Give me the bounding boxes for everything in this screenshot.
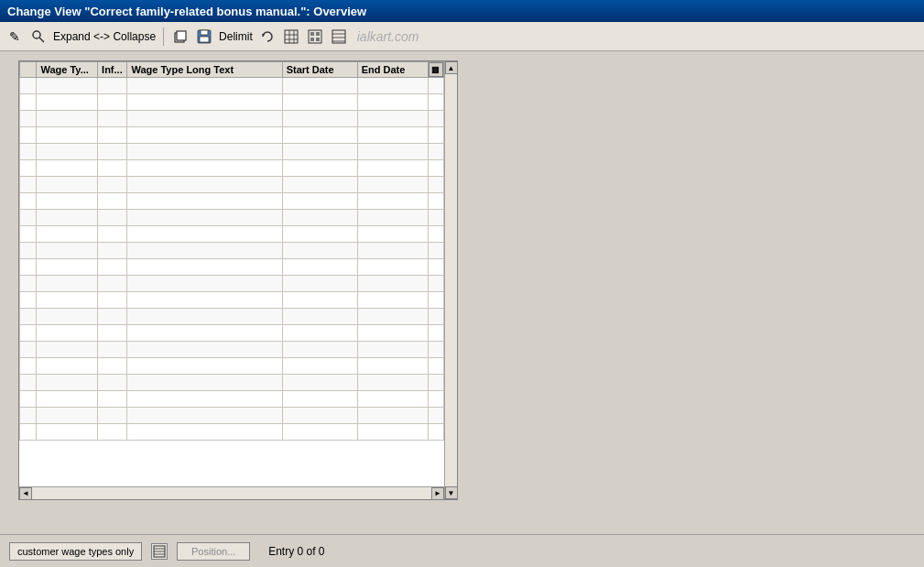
col-settings[interactable]: ▦ — [428, 62, 443, 78]
col-header-wagety[interactable]: Wage Ty... — [37, 62, 98, 78]
scroll-track-v[interactable] — [445, 74, 458, 486]
title-bar: Change View "Correct family-related bonu… — [0, 0, 924, 22]
col-header-select — [20, 62, 37, 78]
data-table: Wage Ty... Inf... Wage Type Long Text St… — [19, 61, 444, 441]
position-icon[interactable] — [151, 543, 168, 560]
col-header-inf[interactable]: Inf... — [98, 62, 127, 78]
scroll-left-btn[interactable]: ◄ — [19, 487, 32, 500]
table-row[interactable] — [20, 78, 444, 94]
table-row[interactable] — [20, 292, 444, 309]
col-header-wagelong[interactable]: Wage Type Long Text — [127, 62, 282, 78]
scroll-right-btn[interactable]: ► — [431, 487, 444, 500]
table-row[interactable] — [20, 309, 444, 325]
watermark-text: ialkart.com — [357, 29, 419, 44]
table-row[interactable] — [20, 375, 444, 391]
vertical-scrollbar[interactable]: ▲ ▼ — [444, 61, 457, 499]
svg-rect-14 — [310, 32, 314, 36]
table-row[interactable] — [20, 408, 444, 424]
col-header-enddate[interactable]: End Date — [357, 62, 428, 78]
table-row[interactable] — [20, 276, 444, 292]
svg-rect-17 — [316, 38, 320, 41]
table-row[interactable] — [20, 144, 444, 160]
position-button[interactable]: Position... — [177, 542, 250, 561]
svg-rect-15 — [316, 32, 320, 36]
grid-icon3[interactable] — [330, 27, 348, 46]
expand-collapse-label[interactable]: Expand <-> Collapse — [53, 30, 156, 43]
customer-wage-types-button[interactable]: customer wage types only — [9, 542, 142, 561]
separator1 — [163, 27, 164, 46]
svg-rect-16 — [310, 38, 314, 41]
delimit-label[interactable]: Delimit — [219, 30, 253, 43]
title-text: Change View "Correct family-related bonu… — [7, 5, 366, 18]
table-row[interactable] — [20, 210, 444, 226]
svg-point-0 — [33, 31, 40, 38]
table-row[interactable] — [20, 193, 444, 210]
find-icon[interactable] — [29, 27, 48, 46]
grid-icon1[interactable] — [282, 27, 300, 46]
pencil-icon[interactable]: ✎ — [5, 27, 24, 46]
col-header-startdate[interactable]: Start Date — [282, 62, 357, 78]
table-row[interactable] — [20, 243, 444, 259]
table-row[interactable] — [20, 226, 444, 243]
table-row[interactable] — [20, 111, 444, 127]
table-row[interactable] — [20, 94, 444, 111]
table-row[interactable] — [20, 342, 444, 358]
horizontal-scrollbar[interactable]: ◄ ► — [19, 486, 444, 499]
status-bar: customer wage types only Position... Ent… — [0, 534, 924, 567]
page-body: Change View "Correct family-related bonu… — [0, 0, 924, 567]
scroll-down-btn[interactable]: ▼ — [445, 486, 458, 499]
table-container: Wage Ty... Inf... Wage Type Long Text St… — [18, 60, 458, 500]
svg-rect-8 — [285, 30, 298, 43]
grid-icon2[interactable] — [306, 27, 324, 46]
svg-rect-6 — [200, 37, 209, 42]
toolbar: ✎ Expand <-> Collapse Delimit — [0, 22, 924, 51]
svg-line-1 — [39, 38, 44, 42]
table-row[interactable] — [20, 325, 444, 342]
svg-rect-3 — [177, 31, 186, 40]
copy-icon[interactable] — [171, 27, 190, 46]
content-area: Wage Ty... Inf... Wage Type Long Text St… — [0, 51, 924, 567]
table-row[interactable] — [20, 424, 444, 441]
table-row[interactable] — [20, 177, 444, 193]
table-row[interactable] — [20, 391, 444, 408]
scroll-up-btn[interactable]: ▲ — [445, 61, 458, 74]
table-row[interactable] — [20, 358, 444, 375]
svg-rect-5 — [201, 30, 208, 35]
scroll-track-h[interactable] — [32, 487, 431, 500]
table-row[interactable] — [20, 259, 444, 276]
save-icon[interactable] — [195, 27, 213, 46]
table-row[interactable] — [20, 160, 444, 177]
table-row[interactable] — [20, 127, 444, 144]
entry-count: Entry 0 of 0 — [268, 545, 324, 558]
refresh-icon[interactable] — [258, 27, 277, 46]
